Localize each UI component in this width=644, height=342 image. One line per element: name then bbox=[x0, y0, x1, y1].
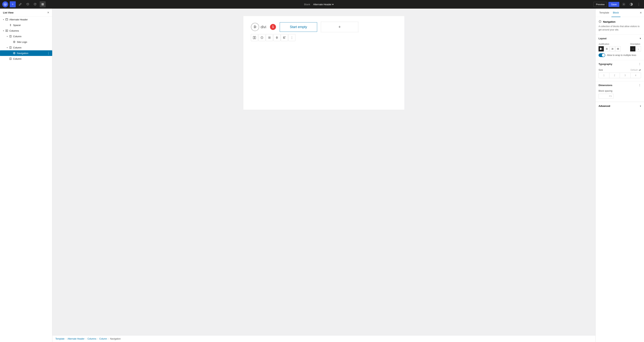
spacing-input[interactable]: PX bbox=[598, 94, 614, 98]
block-spacing-label: Block spacing bbox=[598, 90, 641, 92]
add-button[interactable]: + bbox=[10, 1, 16, 7]
add-block-icon: + bbox=[338, 24, 341, 29]
breadcrumb-column[interactable]: Column bbox=[99, 338, 107, 340]
panel-close-button[interactable]: × bbox=[640, 11, 642, 15]
column-3-icon bbox=[9, 57, 12, 60]
toggle-alternate-header[interactable] bbox=[2, 18, 5, 21]
tree-item-alternate-header[interactable]: Alternate Header ⋮ bbox=[0, 17, 52, 22]
dimensions-section-header[interactable]: Dimensions ⋮ bbox=[596, 82, 644, 89]
settings-button[interactable] bbox=[621, 1, 627, 7]
typography-more[interactable]: ⋮ bbox=[638, 62, 641, 66]
column-3-label: Column bbox=[13, 58, 51, 60]
toggle-column-2[interactable] bbox=[5, 46, 9, 50]
svg-rect-3 bbox=[42, 4, 44, 4]
tab-block[interactable]: Block bbox=[612, 8, 620, 17]
size-opt-4[interactable]: 4 bbox=[630, 73, 641, 78]
preview-button[interactable]: Preview bbox=[594, 2, 607, 7]
undo-button[interactable] bbox=[25, 1, 31, 7]
layout-section: Layout ▾ Justification bbox=[596, 34, 644, 60]
canvas: D divi 1 Start empty + bbox=[52, 8, 595, 342]
size-reset-button[interactable]: ⇄ bbox=[639, 68, 641, 72]
svg-rect-41 bbox=[600, 48, 601, 50]
tree-item-column-2[interactable]: Column ⋮ bbox=[0, 45, 52, 50]
size-opt-1[interactable]: 1 bbox=[599, 73, 610, 78]
toggle-columns[interactable] bbox=[2, 29, 5, 32]
tree-item-column-3[interactable]: Column ⋮ bbox=[0, 56, 52, 62]
justification-buttons bbox=[598, 46, 620, 52]
breadcrumb-alt-header[interactable]: Alternate Header bbox=[68, 338, 84, 340]
panel-header: Template Block × bbox=[596, 8, 644, 17]
just-right[interactable] bbox=[610, 46, 615, 52]
size-label-row: Size Default ⇄ bbox=[598, 68, 641, 72]
breadcrumb-sep-2: › bbox=[86, 338, 86, 340]
orient-vertical[interactable]: ↓ bbox=[636, 46, 641, 52]
breadcrumb-template[interactable]: Template bbox=[56, 338, 64, 340]
sidebar: List View × Alternate Header ⋮ Spacer bbox=[0, 8, 52, 342]
size-opt-2[interactable]: 2 bbox=[610, 73, 620, 78]
add-block-area[interactable]: + bbox=[321, 22, 358, 32]
tree-item-columns[interactable]: Columns ⋮ bbox=[0, 28, 52, 34]
contrast-button[interactable] bbox=[628, 1, 634, 7]
just-orient-row: Justification bbox=[598, 43, 641, 52]
toolbar-btn-grid[interactable] bbox=[266, 34, 273, 41]
sidebar-close-button[interactable]: × bbox=[47, 11, 49, 14]
layout-section-header[interactable]: Layout ▾ bbox=[596, 34, 644, 42]
start-empty-block[interactable]: Start empty bbox=[280, 22, 317, 32]
nav-block-icon bbox=[598, 20, 602, 24]
list-view-toggle[interactable] bbox=[40, 1, 46, 7]
spacer-icon bbox=[9, 24, 12, 26]
column-2-label: Column bbox=[13, 46, 51, 49]
toggle-column-1[interactable] bbox=[5, 34, 9, 38]
toolbar-btn-layout[interactable] bbox=[251, 34, 258, 41]
layout-title: Layout bbox=[598, 37, 606, 40]
tree-item-column-1[interactable]: Column ⋮ bbox=[0, 34, 52, 39]
canvas-content: D divi 1 Start empty + bbox=[52, 8, 595, 336]
svg-point-27 bbox=[268, 37, 269, 37]
svg-point-34 bbox=[269, 38, 270, 39]
svg-rect-38 bbox=[283, 38, 285, 38]
redo-button[interactable] bbox=[32, 1, 38, 7]
tree-item-site-logo[interactable]: Site Logo ⋮ bbox=[0, 39, 52, 45]
svg-rect-23 bbox=[253, 36, 254, 39]
chevron-icon: ▾ bbox=[332, 3, 334, 6]
toolbar-btn-arrows[interactable] bbox=[273, 34, 280, 41]
size-opt-3[interactable]: 3 bbox=[620, 73, 630, 78]
alternate-header-label: Alternate Header bbox=[9, 18, 51, 21]
svg-point-29 bbox=[270, 37, 270, 37]
tab-template[interactable]: Template bbox=[598, 8, 611, 17]
toolbar-btn-align[interactable] bbox=[281, 34, 288, 41]
orient-horizontal[interactable]: → bbox=[630, 46, 636, 52]
toolbar-btn-more[interactable]: ⋮ bbox=[288, 34, 296, 41]
layout-toggle[interactable]: ▾ bbox=[640, 37, 641, 40]
just-stretch[interactable] bbox=[615, 46, 620, 52]
size-default: Default bbox=[630, 69, 638, 71]
navigation-more[interactable]: ⋮ bbox=[46, 52, 51, 55]
typography-section-header[interactable]: Typography ⋮ bbox=[596, 60, 644, 68]
advanced-section[interactable]: Advanced ▾ bbox=[596, 102, 644, 110]
blank-label: Blank bbox=[304, 3, 310, 6]
svg-rect-37 bbox=[283, 38, 284, 38]
main-layout: List View × Alternate Header ⋮ Spacer bbox=[0, 8, 644, 342]
site-logo-label: Site Logo bbox=[17, 40, 51, 44]
just-center[interactable] bbox=[604, 46, 610, 52]
tree-item-navigation[interactable]: Navigation ⋮ bbox=[0, 50, 52, 56]
toolbar-btn-nav[interactable] bbox=[258, 34, 266, 41]
start-empty-label: Start empty bbox=[290, 25, 307, 29]
svg-point-33 bbox=[268, 38, 269, 39]
svg-rect-7 bbox=[6, 18, 8, 20]
tree-container: Alternate Header ⋮ Spacer ⋮ Columns ⋮ bbox=[0, 17, 52, 342]
breadcrumb-sep-1: › bbox=[66, 338, 66, 340]
edit-button[interactable] bbox=[17, 1, 23, 7]
just-left[interactable] bbox=[598, 46, 604, 52]
header-title-button[interactable]: Alternate Header ▾ bbox=[312, 2, 335, 6]
dimensions-section: Dimensions ⋮ Block spacing PX bbox=[596, 82, 644, 102]
tree-item-spacer[interactable]: Spacer ⋮ bbox=[0, 22, 52, 28]
more-options-button[interactable]: ⋮ bbox=[636, 1, 642, 7]
dimensions-more[interactable]: ⋮ bbox=[638, 84, 641, 86]
wrap-toggle[interactable] bbox=[598, 53, 605, 57]
svg-rect-2 bbox=[42, 3, 44, 4]
breadcrumb-columns[interactable]: Columns bbox=[88, 338, 96, 340]
canvas-frame: D divi 1 Start empty + bbox=[244, 16, 404, 110]
typography-title: Typography bbox=[598, 63, 612, 66]
save-button[interactable]: Save bbox=[608, 2, 619, 7]
